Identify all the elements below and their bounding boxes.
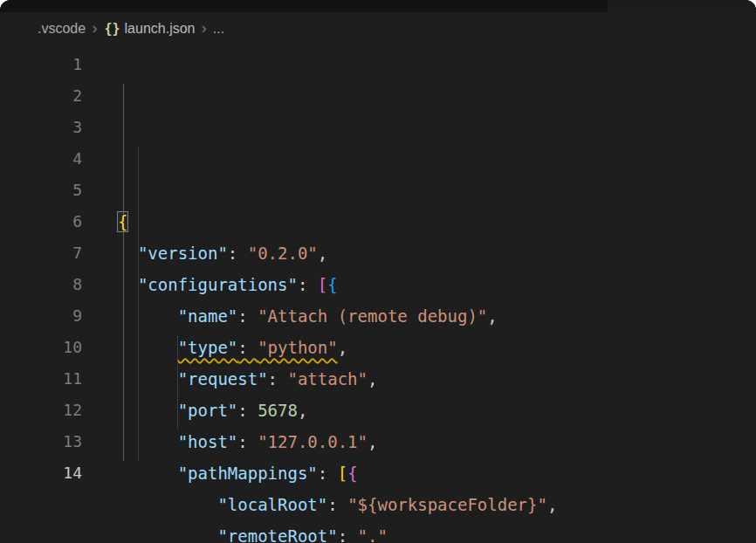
token (118, 464, 178, 483)
token: : (228, 244, 248, 263)
line-number[interactable]: 1 (0, 49, 82, 80)
line-number[interactable]: 12 (0, 395, 82, 426)
token: "configurations" (138, 275, 298, 294)
token: , (547, 495, 557, 514)
token: , (338, 338, 347, 357)
breadcrumb-folder[interactable]: .vscode (38, 21, 86, 37)
chevron-right-icon: › (201, 18, 206, 38)
token: : (237, 306, 258, 326)
code-line[interactable]: "configurations": [{ (118, 269, 756, 300)
code-line[interactable]: "request": "attach", (118, 363, 756, 395)
line-number[interactable]: 4 (0, 143, 82, 175)
line-number[interactable]: 9 (0, 300, 82, 332)
token (118, 526, 217, 543)
token: , (298, 401, 307, 420)
token: "${workspaceFolder}" (347, 495, 547, 514)
line-number[interactable]: 6 (0, 206, 82, 237)
token: , (318, 244, 327, 263)
line-number[interactable]: 10 (0, 332, 82, 363)
line-number[interactable]: 5 (0, 175, 82, 206)
token: "Attach (remote debug)" (258, 306, 487, 326)
token: "attach" (287, 369, 368, 388)
token: "version" (138, 244, 228, 263)
json-file-icon: {} (104, 21, 120, 37)
breadcrumb-symbol-ellipsis[interactable]: ... (213, 21, 224, 37)
token: : (318, 464, 338, 483)
tab-bar-empty-area (608, 0, 756, 12)
token: "request" (178, 369, 268, 388)
token: "port" (178, 401, 238, 420)
code-line[interactable]: { (118, 206, 756, 237)
code-line[interactable]: "version": "0.2.0", (118, 237, 756, 269)
token: , (368, 432, 377, 451)
code-lines: { "version": "0.2.0", "configurations": … (118, 206, 756, 543)
token (118, 338, 178, 357)
code-line[interactable]: "host": "127.0.0.1", (118, 426, 756, 457)
token: "127.0.0.1" (258, 432, 368, 451)
line-number[interactable]: 7 (0, 237, 82, 269)
line-number[interactable]: 2 (0, 80, 82, 112)
token (118, 306, 178, 326)
token: { (118, 212, 127, 231)
code-area[interactable]: { "version": "0.2.0", "configurations": … (82, 49, 756, 543)
token: : (327, 495, 347, 514)
token: { (327, 275, 337, 294)
token (118, 432, 178, 451)
window-top-strip (0, 0, 756, 12)
token (118, 275, 138, 294)
token (118, 369, 178, 388)
token: : (298, 275, 318, 294)
line-number[interactable]: 3 (0, 112, 82, 143)
token: "remoteRoot" (217, 526, 337, 543)
token: : (237, 338, 258, 357)
line-number[interactable]: 14 (0, 457, 82, 489)
editor-area: 1234567891011121314 { "version": "0.2.0"… (0, 45, 756, 543)
token: "." (358, 526, 388, 543)
chevron-right-icon: › (92, 18, 97, 38)
token (118, 401, 178, 420)
token: "name" (178, 306, 238, 326)
token: "host" (178, 432, 238, 451)
token: [ (318, 275, 327, 294)
gutter[interactable]: 1234567891011121314 (0, 49, 82, 543)
token: "python" (258, 338, 338, 357)
line-number[interactable]: 13 (0, 426, 82, 457)
token (118, 495, 217, 514)
token: : (237, 401, 258, 420)
line-number[interactable]: 11 (0, 363, 82, 395)
token: : (237, 432, 258, 451)
breadcrumb-file[interactable]: launch.json (125, 21, 196, 37)
token: "type" (178, 338, 238, 357)
vscode-editor-window: .vscode › {} launch.json › ... 123456789… (0, 0, 756, 543)
token: { (347, 464, 357, 483)
token: [ (338, 464, 347, 483)
token: : (338, 526, 358, 543)
token: "pathMappings" (178, 464, 318, 483)
token: 5678 (258, 401, 298, 420)
code-line[interactable]: "name": "Attach (remote debug)", (118, 300, 756, 332)
breadcrumb-bar: .vscode › {} launch.json › ... (0, 12, 756, 45)
code-line[interactable]: "localRoot": "${workspaceFolder}", (118, 489, 756, 520)
code-line[interactable]: "type": "python", (118, 332, 756, 363)
token: : (268, 369, 288, 388)
code-line[interactable]: "pathMappings": [{ (118, 457, 756, 489)
token: , (487, 306, 497, 326)
code-line[interactable]: "remoteRoot": "." (118, 520, 756, 543)
token: "0.2.0" (248, 244, 318, 263)
line-number[interactable]: 8 (0, 269, 82, 300)
token: "localRoot" (217, 495, 327, 514)
token (118, 244, 138, 263)
code-line[interactable]: "port": 5678, (118, 395, 756, 426)
token: , (368, 369, 377, 388)
